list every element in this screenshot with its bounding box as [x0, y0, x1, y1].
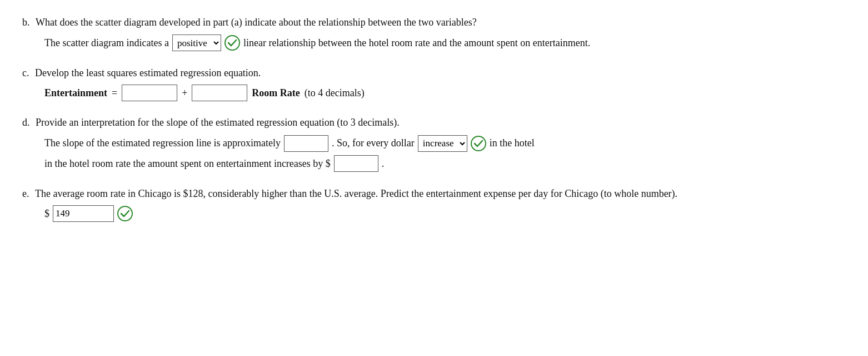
svg-point-1 [471, 136, 486, 151]
section-c-content: Entertainment = + Room Rate (to 4 decima… [44, 85, 846, 101]
section-b-question: What does the scatter diagram developed … [36, 17, 477, 28]
section-b-content: The scatter diagram indicates a positive… [44, 34, 846, 52]
section-e-content: $ [44, 205, 846, 222]
section-d-letter: d. [22, 117, 30, 128]
section-d-period: . [382, 155, 385, 172]
section-d-row2: in the hotel room rate the amount spent … [44, 155, 846, 172]
section-b-dropdown[interactable]: positive negative no [172, 34, 221, 51]
section-c: c. Develop the least squares estimated r… [22, 67, 846, 101]
equation-row: Entertainment = + Room Rate (to 4 decima… [44, 85, 846, 101]
equals-sign: = [112, 87, 117, 99]
section-b-answer-row: The scatter diagram indicates a positive… [44, 34, 846, 52]
section-e-question: The average room rate in Chicago is $128… [35, 188, 677, 199]
section-e-label: e. The average room rate in Chicago is $… [22, 188, 846, 200]
section-d-mid: . So, for every dollar [332, 134, 415, 152]
section-e-letter: e. [22, 188, 29, 199]
section-b: b. What does the scatter diagram develop… [22, 17, 846, 52]
section-e-check-icon [117, 206, 133, 221]
amount-input[interactable] [334, 155, 378, 172]
section-d-question: Provide an interpretation for the slope … [36, 117, 400, 128]
svg-point-2 [118, 206, 132, 221]
section-d-prefix: The slope of the estimated regression li… [44, 134, 281, 152]
section-b-answer-prefix: The scatter diagram indicates a [44, 34, 169, 52]
section-e: e. The average room rate in Chicago is $… [22, 188, 846, 222]
svg-point-0 [225, 36, 240, 50]
slope-input[interactable] [284, 135, 328, 152]
section-d-dropdown[interactable]: increase decrease [418, 135, 467, 152]
section-d: d. Provide an interpretation for the slo… [22, 117, 846, 172]
section-c-label: c. Develop the least squares estimated r… [22, 67, 846, 79]
section-d-suffix-in-hotel: in the hotel [490, 134, 535, 152]
section-d-check-icon [471, 136, 486, 151]
equation-input-1[interactable] [122, 85, 177, 101]
section-d-content: The slope of the estimated regression li… [44, 134, 846, 172]
chicago-prediction-input[interactable] [53, 205, 114, 222]
equation-input-2[interactable] [192, 85, 247, 101]
plus-sign: + [182, 87, 187, 99]
room-rate-label: Room Rate [252, 87, 300, 99]
section-d-row1: The slope of the estimated regression li… [44, 134, 846, 152]
section-b-label: b. What does the scatter diagram develop… [22, 17, 846, 28]
section-b-letter: b. [22, 17, 30, 28]
dollar-prefix: $ [44, 208, 49, 220]
section-c-question: Develop the least squares estimated regr… [35, 67, 261, 78]
entertainment-label: Entertainment [44, 87, 107, 99]
section-e-answer-row: $ [44, 205, 846, 222]
section-c-letter: c. [22, 67, 29, 78]
section-b-answer-suffix: linear relationship between the hotel ro… [243, 34, 590, 52]
decimals-note: (to 4 decimals) [305, 87, 365, 99]
section-d-label: d. Provide an interpretation for the slo… [22, 117, 846, 128]
section-b-check-icon [225, 35, 240, 51]
section-d-suffix1: in the hotel room rate the amount spent … [44, 155, 331, 172]
